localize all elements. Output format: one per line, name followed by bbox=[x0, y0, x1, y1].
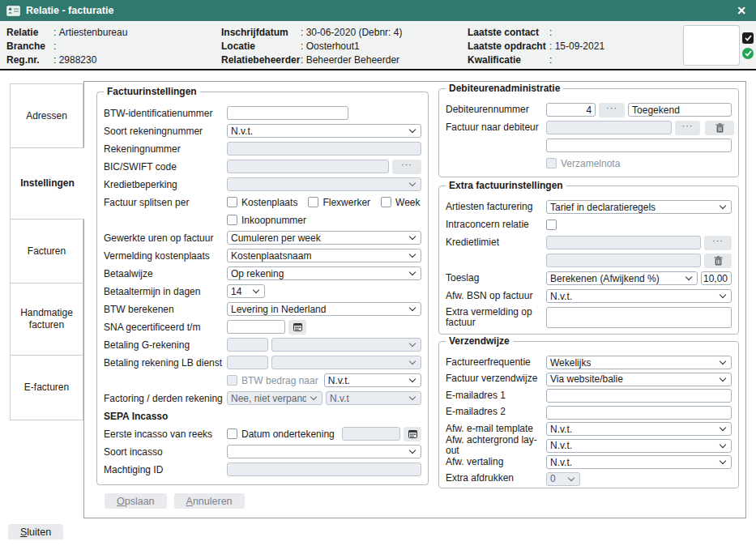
soort-incasso-select[interactable] bbox=[227, 445, 421, 458]
kredietlimiet-delete-button[interactable] bbox=[704, 254, 732, 268]
save-button[interactable]: Opslaan bbox=[105, 493, 167, 509]
ellipsis-icon: ··· bbox=[682, 122, 694, 134]
intraconcern-label: Intraconcern relatie bbox=[446, 220, 546, 230]
sepa-incasso-heading: SEPA Incasso bbox=[104, 411, 168, 422]
chevron-down-icon bbox=[409, 126, 416, 133]
eerste-incasso-checkbox[interactable] bbox=[227, 428, 237, 439]
tab-instellingen[interactable]: Instellingen bbox=[10, 147, 84, 220]
intraconcern-checkbox[interactable] bbox=[546, 220, 557, 230]
calendar-icon bbox=[408, 429, 417, 438]
betaaltermijn-label: Betaaltermijn in dagen bbox=[104, 286, 227, 297]
factuur-verzendwijze-select[interactable]: Via website/balie bbox=[546, 373, 732, 386]
sna-date-input[interactable] bbox=[227, 320, 285, 334]
chevron-down-icon bbox=[409, 251, 416, 258]
chevron-down-icon bbox=[409, 233, 416, 240]
tab-adressen[interactable]: Adressen bbox=[10, 83, 83, 148]
kwalificatie-value bbox=[549, 54, 555, 66]
btw-bedrag-label: BTW bedrag naar bbox=[241, 375, 318, 386]
ondertekening-calendar-button[interactable] bbox=[404, 427, 421, 441]
gewerkte-uren-select[interactable]: Cumuleren per week bbox=[227, 231, 421, 245]
bic-lookup-button[interactable]: ··· bbox=[392, 160, 421, 174]
toeslag-percentage-input[interactable]: 10,00 bbox=[701, 271, 732, 285]
relatie-value: Artiestenbureau bbox=[53, 27, 127, 38]
cancel-button[interactable]: Annuleren bbox=[174, 493, 245, 509]
trash-icon bbox=[714, 256, 723, 266]
factuur-splitsen-label: Factuur splitsen per bbox=[104, 197, 227, 208]
inschrijfdatum-value: 30-06-2020 (Debnr: 4) bbox=[301, 27, 402, 38]
chevron-down-icon bbox=[720, 458, 726, 464]
chevron-down-icon bbox=[409, 269, 416, 275]
afw-achtergrond-label: Afw. achtergrond lay-out bbox=[446, 435, 546, 456]
chevron-down-icon bbox=[409, 376, 416, 382]
kredietlimiet-label: Kredietlimiet bbox=[446, 237, 546, 248]
regnr-label: Reg.nr. bbox=[6, 54, 53, 66]
chevron-down-icon bbox=[720, 441, 726, 447]
factuur-debiteur-delete-button[interactable] bbox=[705, 121, 734, 135]
toeslag-label: Toeslag bbox=[446, 273, 546, 284]
betaaltermijn-select[interactable]: 14 bbox=[227, 284, 265, 298]
chevron-down-icon bbox=[409, 358, 416, 365]
week-checkbox[interactable] bbox=[381, 197, 391, 207]
header-column-activity: Laatste contact Laatste opdracht15-09-20… bbox=[468, 25, 604, 66]
factuur-verzendwijze-label: Factuur verzendwijze bbox=[446, 373, 546, 384]
tab-facturen[interactable]: Facturen bbox=[10, 219, 83, 284]
betaling-g-input bbox=[227, 338, 268, 352]
chevron-down-icon bbox=[720, 358, 726, 365]
btw-bedrag-select[interactable]: N.v.t. bbox=[324, 373, 421, 387]
afw-email-template-select[interactable]: N.v.t. bbox=[546, 422, 732, 436]
emailadres1-input[interactable] bbox=[546, 389, 732, 403]
soort-rekeningnummer-select[interactable]: N.v.t. bbox=[227, 124, 421, 138]
debiteurennummer-input[interactable]: 4 bbox=[546, 103, 596, 117]
btw-berekenen-select[interactable]: Levering in Nederland bbox=[227, 302, 421, 316]
afw-vertaling-select[interactable]: N.v.t. bbox=[546, 455, 732, 469]
factoring-account-select: N.v.t bbox=[326, 391, 421, 405]
toeslag-select[interactable]: Berekenen (Afwijkend %) bbox=[546, 271, 698, 285]
emailadres2-input[interactable] bbox=[546, 406, 732, 420]
factuur-debiteur-lookup-button[interactable]: ··· bbox=[675, 121, 700, 135]
chevron-down-icon bbox=[253, 287, 259, 293]
kostenplaats-checkbox[interactable] bbox=[227, 197, 237, 207]
debiteur-extra-input[interactable] bbox=[546, 139, 732, 152]
btw-id-input[interactable] bbox=[227, 106, 348, 120]
inkoopnummer-checkbox[interactable] bbox=[227, 215, 237, 225]
kostenplaats-checkbox-label: Kostenplaats bbox=[241, 197, 297, 208]
tab-e-facturen[interactable]: E-facturen bbox=[10, 355, 83, 420]
emailadres1-label: E-mailadres 1 bbox=[446, 390, 546, 401]
debiteur-status-input: Toegekend bbox=[628, 103, 732, 117]
afw-bsn-select[interactable]: N.v.t. bbox=[546, 289, 732, 303]
chevron-down-icon bbox=[720, 424, 726, 431]
debiteur-lookup-button[interactable]: ··· bbox=[599, 103, 625, 117]
locatie-value: Oosterhout1 bbox=[301, 41, 360, 52]
betaalwijze-select[interactable]: Op rekening bbox=[227, 266, 421, 280]
extra-vermelding-input[interactable] bbox=[546, 307, 732, 328]
chevron-down-icon bbox=[409, 340, 416, 347]
afw-achtergrond-select[interactable]: N.v.t. bbox=[546, 439, 732, 453]
machtiging-label: Machtiging ID bbox=[104, 464, 227, 475]
flexwerker-checkbox[interactable] bbox=[308, 197, 318, 207]
relatiebeheerder-label: Relatiebeheerder bbox=[221, 54, 301, 66]
rekeningnummer-input bbox=[227, 142, 421, 156]
factureerfrequentie-select[interactable]: Wekelijks bbox=[546, 356, 732, 369]
close-icon[interactable]: ✕ bbox=[733, 4, 750, 17]
betaling-g-label: Betaling G-rekening bbox=[104, 339, 227, 351]
soort-rekeningnummer-label: Soort rekeningnummer bbox=[104, 126, 227, 137]
kredietlimiet-lookup-button[interactable]: ··· bbox=[704, 236, 732, 250]
vermelding-kostenplaats-label: Vermelding kostenplaats bbox=[104, 250, 227, 262]
relatiebeheerder-value: Beheerder Beheerder bbox=[301, 54, 399, 66]
relation-header: RelatieArtiestenbureau Branche Reg.nr.29… bbox=[0, 21, 756, 70]
btw-id-label: BTW-identificatienummer bbox=[104, 108, 227, 119]
tab-handmatige-facturen[interactable]: Handmatige facturen bbox=[10, 283, 83, 356]
betaling-lb-select bbox=[271, 356, 421, 369]
kredietlimiet-input bbox=[546, 236, 701, 249]
extra-vermelding-label: Extra vermelding op factuur bbox=[446, 307, 546, 328]
artiesten-facturering-label: Artiesten facturering bbox=[446, 202, 546, 212]
close-window-button[interactable]: Sluiten bbox=[8, 524, 63, 539]
vermelding-kostenplaats-select[interactable]: Kostenplaatsnaam bbox=[227, 249, 421, 262]
chevron-down-icon bbox=[568, 474, 574, 480]
eerste-incasso-label: Eerste incasso van reeks bbox=[104, 428, 227, 440]
artiesten-facturering-select[interactable]: Tarief in declaratieregels bbox=[546, 200, 732, 214]
sna-calendar-button[interactable] bbox=[288, 320, 306, 335]
checked-checkbox-icon[interactable] bbox=[742, 32, 754, 44]
factuur-naar-debiteur-input bbox=[546, 121, 672, 134]
ellipsis-icon: ··· bbox=[401, 160, 412, 173]
